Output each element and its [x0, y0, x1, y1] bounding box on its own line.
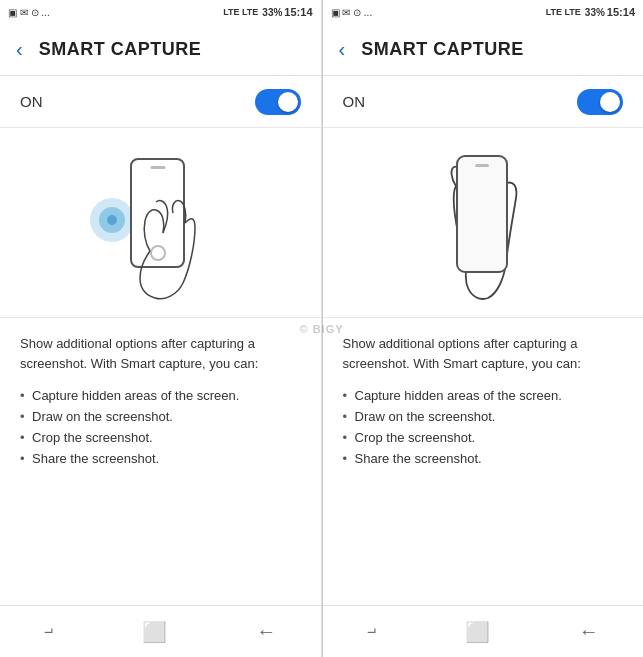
- status-bar-right: ▣ ✉ ⊙ ... LTE LTE 33% 15:14: [323, 0, 644, 24]
- content-area-left: Show additional options after capturing …: [0, 318, 321, 605]
- back-nav-icon-left[interactable]: ←: [256, 620, 276, 643]
- bullet-list-left: Capture hidden areas of the screen. Draw…: [20, 385, 301, 469]
- illustration-right: [323, 128, 644, 318]
- status-right-left: LTE LTE 33% 15:14: [223, 6, 312, 18]
- description-right: Show additional options after capturing …: [343, 334, 624, 373]
- back-button-right[interactable]: ‹: [339, 38, 346, 61]
- phone-illustration-left: [95, 143, 225, 303]
- bullet-item-right-0: Capture hidden areas of the screen.: [343, 385, 624, 406]
- panels-wrapper: ▣ ✉ ⊙ ... LTE LTE 33% 15:14 ‹ SMART CAPT…: [0, 0, 643, 657]
- header-left: ‹ SMART CAPTURE: [0, 24, 321, 76]
- home-icon-right[interactable]: ⬜: [465, 620, 490, 644]
- time-right: 15:14: [607, 6, 635, 18]
- status-icons-right: ▣ ✉ ⊙ ...: [331, 7, 373, 18]
- content-area-right: Show additional options after capturing …: [323, 318, 644, 605]
- toggle-switch-right[interactable]: [577, 89, 623, 115]
- notification-icons-left: ▣ ✉ ⊙ ...: [8, 7, 50, 18]
- status-bar-left: ▣ ✉ ⊙ ... LTE LTE 33% 15:14: [0, 0, 321, 24]
- page-title-left: SMART CAPTURE: [39, 39, 202, 60]
- status-icons-left: ▣ ✉ ⊙ ...: [8, 7, 50, 18]
- left-panel: ▣ ✉ ⊙ ... LTE LTE 33% 15:14 ‹ SMART CAPT…: [0, 0, 322, 657]
- recent-apps-icon-left[interactable]: ⌐: [44, 623, 53, 641]
- hand-svg-left: [95, 143, 225, 303]
- bullet-item-left-1: Draw on the screenshot.: [20, 406, 301, 427]
- battery-text-left: 33%: [262, 7, 282, 18]
- bullet-item-left-2: Crop the screenshot.: [20, 427, 301, 448]
- signal-text-right: LTE LTE: [546, 7, 581, 17]
- toggle-label-left: ON: [20, 93, 43, 110]
- toggle-label-right: ON: [343, 93, 366, 110]
- nav-bar-right: ⌐ ⬜ ←: [323, 605, 644, 657]
- right-panel: ▣ ✉ ⊙ ... LTE LTE 33% 15:14 ‹ SMART CAPT…: [322, 0, 644, 657]
- toggle-row-left: ON: [0, 76, 321, 128]
- description-left: Show additional options after capturing …: [20, 334, 301, 373]
- phone-illustration-right: [418, 143, 548, 303]
- notification-icons-right: ▣ ✉ ⊙ ...: [331, 7, 373, 18]
- bullet-item-right-1: Draw on the screenshot.: [343, 406, 624, 427]
- page-title-right: SMART CAPTURE: [361, 39, 524, 60]
- toggle-row-right: ON: [323, 76, 644, 128]
- bullet-item-right-3: Share the screenshot.: [343, 448, 624, 469]
- illustration-left: [0, 128, 321, 318]
- back-button-left[interactable]: ‹: [16, 38, 23, 61]
- recent-apps-icon-right[interactable]: ⌐: [367, 623, 376, 641]
- header-right: ‹ SMART CAPTURE: [323, 24, 644, 76]
- status-right-right: LTE LTE 33% 15:14: [546, 6, 635, 18]
- back-nav-icon-right[interactable]: ←: [579, 620, 599, 643]
- battery-text-right: 33%: [585, 7, 605, 18]
- nav-bar-left: ⌐ ⬜ ←: [0, 605, 321, 657]
- signal-text-left: LTE LTE: [223, 7, 258, 17]
- time-left: 15:14: [284, 6, 312, 18]
- bullet-item-right-2: Crop the screenshot.: [343, 427, 624, 448]
- bullet-item-left-0: Capture hidden areas of the screen.: [20, 385, 301, 406]
- phone-device-right: [456, 155, 508, 273]
- bullet-list-right: Capture hidden areas of the screen. Draw…: [343, 385, 624, 469]
- bullet-item-left-3: Share the screenshot.: [20, 448, 301, 469]
- toggle-switch-left[interactable]: [255, 89, 301, 115]
- home-icon-left[interactable]: ⬜: [142, 620, 167, 644]
